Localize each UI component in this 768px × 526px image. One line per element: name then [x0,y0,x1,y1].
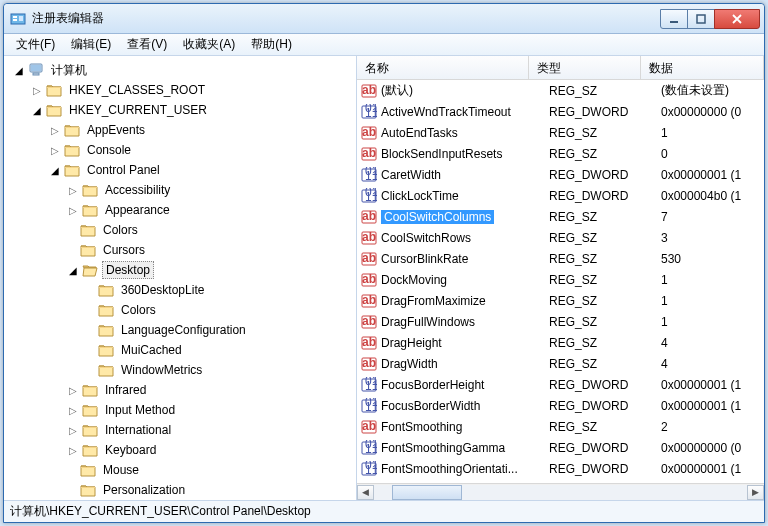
tree-item-label: Personalization [100,482,188,498]
expand-arrow-open-icon[interactable]: ◢ [12,63,26,77]
value-row[interactable]: abBlockSendInputResetsREG_SZ0 [357,143,764,164]
value-row[interactable]: abCoolSwitchRowsREG_SZ3 [357,227,764,248]
list-body[interactable]: ab(默认)REG_SZ(数值未设置)011110ActiveWndTrackT… [357,80,764,500]
expand-arrow-closed-icon[interactable]: ▷ [48,143,62,157]
tree-item[interactable]: Colors [4,300,356,320]
titlebar[interactable]: 注册表编辑器 [4,4,764,34]
menu-favorites[interactable]: 收藏夹(A) [175,34,243,55]
menu-edit[interactable]: 编辑(E) [63,34,119,55]
tree-item[interactable]: Colors [4,220,356,240]
value-row[interactable]: abFontSmoothingREG_SZ2 [357,416,764,437]
svg-text:ab: ab [362,293,376,307]
menu-file[interactable]: 文件(F) [8,34,63,55]
menu-view[interactable]: 查看(V) [119,34,175,55]
tree-item[interactable]: Personalization [4,480,356,500]
tree-item[interactable]: ▷Infrared [4,380,356,400]
reg-sz-icon: ab [361,146,377,162]
expand-arrow-closed-icon[interactable]: ▷ [66,443,80,457]
tree-item[interactable]: ▷HKEY_CLASSES_ROOT [4,80,356,100]
tree-item[interactable]: 360DesktopLite [4,280,356,300]
value-data: 7 [661,210,764,224]
value-row[interactable]: abDockMovingREG_SZ1 [357,269,764,290]
value-row[interactable]: abCursorBlinkRateREG_SZ530 [357,248,764,269]
scroll-left-button[interactable]: ◀ [357,485,374,500]
expand-arrow-closed-icon[interactable]: ▷ [66,383,80,397]
svg-text:ab: ab [362,125,376,139]
tree-pane[interactable]: ◢计算机▷HKEY_CLASSES_ROOT◢HKEY_CURRENT_USER… [4,56,357,500]
tree-item[interactable]: ▷AppEvents [4,120,356,140]
tree-item[interactable]: ▷Keyboard [4,440,356,460]
tree-item[interactable]: ▷Accessibility [4,180,356,200]
value-type: REG_SZ [549,210,661,224]
expand-arrow-closed-icon[interactable]: ▷ [66,423,80,437]
tree-item[interactable]: MuiCached [4,340,356,360]
value-row[interactable]: abDragHeightREG_SZ4 [357,332,764,353]
tree-item[interactable]: ▷Console [4,140,356,160]
value-data: 1 [661,315,764,329]
folder-icon [82,423,98,437]
menubar: 文件(F) 编辑(E) 查看(V) 收藏夹(A) 帮助(H) [4,34,764,56]
tree-item-label: Colors [100,222,141,238]
expand-arrow-open-icon[interactable]: ◢ [48,163,62,177]
tree-item[interactable]: ◢计算机 [4,60,356,80]
close-button[interactable] [714,9,760,29]
tree-item[interactable]: ◢HKEY_CURRENT_USER [4,100,356,120]
column-data[interactable]: 数据 [641,56,764,79]
svg-rect-11 [65,127,79,128]
tree-item-label: Cursors [100,242,148,258]
menu-help[interactable]: 帮助(H) [243,34,300,55]
expand-arrow-closed-icon[interactable]: ▷ [48,123,62,137]
svg-rect-8 [33,73,39,75]
value-row[interactable]: ab(默认)REG_SZ(数值未设置) [357,80,764,101]
value-row[interactable]: 011110FocusBorderHeightREG_DWORD0x000000… [357,374,764,395]
value-row[interactable]: 011110FontSmoothingOrientati...REG_DWORD… [357,458,764,479]
maximize-button[interactable] [687,9,715,29]
reg-sz-icon: ab [361,272,377,288]
tree-item[interactable]: ▷Input Method [4,400,356,420]
svg-rect-20 [99,327,113,328]
window-title: 注册表编辑器 [32,10,661,27]
expand-arrow-closed-icon[interactable]: ▷ [30,83,44,97]
value-row[interactable]: 011110FocusBorderWidthREG_DWORD0x0000000… [357,395,764,416]
column-name[interactable]: 名称 [357,56,529,79]
horizontal-scrollbar[interactable]: ◀ ▶ [357,483,764,500]
value-row[interactable]: abDragFromMaximizeREG_SZ1 [357,290,764,311]
tree-item[interactable]: WindowMetrics [4,360,356,380]
tree-item[interactable]: LanguageConfiguration [4,320,356,340]
value-row[interactable]: abAutoEndTasksREG_SZ1 [357,122,764,143]
expand-arrow-open-icon[interactable]: ◢ [30,103,44,117]
value-row[interactable]: abDragFullWindowsREG_SZ1 [357,311,764,332]
value-data: 0x00000001 (1 [661,378,764,392]
tree-item[interactable]: Mouse [4,460,356,480]
svg-rect-19 [99,307,113,308]
tree-item[interactable]: ▷International [4,420,356,440]
tree-item[interactable]: ▷Appearance [4,200,356,220]
value-row[interactable]: abDragWidthREG_SZ4 [357,353,764,374]
value-data: 1 [661,273,764,287]
list-header: 名称 类型 数据 [357,56,764,80]
regedit-window: 注册表编辑器 文件(F) 编辑(E) 查看(V) 收藏夹(A) 帮助(H) ◢计… [3,3,765,523]
scroll-track[interactable] [374,485,747,500]
expand-arrow-open-icon[interactable]: ◢ [66,263,80,277]
value-data: 4 [661,357,764,371]
scroll-thumb[interactable] [392,485,462,500]
column-type[interactable]: 类型 [529,56,641,79]
tree-item[interactable]: ◢Desktop [4,260,356,280]
value-row[interactable]: 011110CaretWidthREG_DWORD0x00000001 (1 [357,164,764,185]
tree-item[interactable]: ◢Control Panel [4,160,356,180]
value-row[interactable]: 011110ClickLockTimeREG_DWORD0x000004b0 (… [357,185,764,206]
svg-text:110: 110 [365,106,377,120]
value-row[interactable]: abCoolSwitchColumnsREG_SZ7 [357,206,764,227]
value-row[interactable]: 011110FontSmoothingGammaREG_DWORD0x00000… [357,437,764,458]
expand-arrow-closed-icon[interactable]: ▷ [66,183,80,197]
reg-sz-icon: ab [361,230,377,246]
scroll-right-button[interactable]: ▶ [747,485,764,500]
expand-arrow-closed-icon[interactable]: ▷ [66,203,80,217]
tree-item[interactable]: Cursors [4,240,356,260]
value-type: REG_SZ [549,126,661,140]
tree-item-label: Accessibility [102,182,173,198]
minimize-button[interactable] [660,9,688,29]
folder-icon [82,203,98,217]
value-row[interactable]: 011110ActiveWndTrackTimeoutREG_DWORD0x00… [357,101,764,122]
expand-arrow-closed-icon[interactable]: ▷ [66,403,80,417]
